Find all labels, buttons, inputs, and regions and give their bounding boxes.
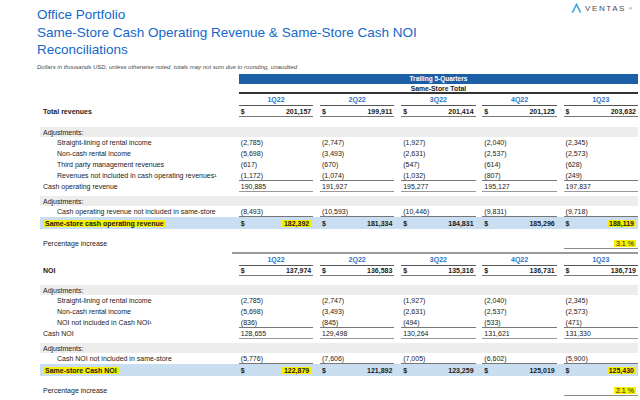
value-cell: $181,334 [320,217,394,229]
value: (5,698) [241,150,263,157]
row-label-text: Adjustments: [43,287,83,294]
value-cell: (2,537) [482,148,556,159]
value-cell: (2,345) [564,295,638,306]
row-label-text: Cash NOI not included in same-store [57,355,172,362]
value: 195,277 [403,183,428,190]
value: 182,392 [282,220,311,227]
value-cell: $125,019 [482,364,556,376]
spacer-row [40,229,638,238]
quarter-headers: 1Q222Q223Q224Q221Q23 [232,94,638,106]
row-label-text: Revenues not included in cash operating … [57,172,217,179]
row-label: Cash NOI not included in same-store [40,353,232,364]
table-row-total: Total revenues$201,157$199,911$201,414$2… [40,106,638,117]
value: 195,127 [484,183,509,190]
dollar-sign: $ [322,367,326,374]
dollar-sign: $ [241,367,245,374]
row-label-text: Same-store Cash NOI [43,367,119,374]
value: 191,927 [322,183,347,190]
value: (628) [566,161,582,168]
value-cell: (10,446) [401,206,475,217]
quarter-headers: 1Q222Q223Q224Q221Q23 [232,252,638,266]
row-label-text: Cash NOI [43,330,74,337]
value: 188,119 [607,220,636,227]
value: (2,747) [322,139,344,146]
row-label: Adjustments: [40,127,232,137]
value-cell: 195,127 [482,181,556,192]
ventas-logo-icon [571,3,582,14]
value: (1,927) [403,297,425,304]
value: 201,157 [286,108,311,115]
row-values: 3.1 % [232,238,638,249]
value: (2,785) [241,297,263,304]
value-cell: $125,430 [564,364,638,376]
dollar-sign: $ [403,220,407,227]
dollar-sign: $ [566,267,570,274]
value-cell: $188,119 [564,217,638,229]
spacer-row [40,117,638,127]
value: (6,602) [484,355,506,362]
value-cell: (628) [564,159,638,170]
row-values: (2,785)(2,747)(1,927)(2,040)(2,345) [232,137,638,148]
value-cell: (1,927) [401,295,475,306]
table-row-item: Straight-lining of rental income(2,785)(… [40,137,638,148]
value-cell: 129,498 [320,328,394,339]
value-cell: (1,074) [320,170,394,181]
value-cell: (5,776) [239,353,313,364]
same-store-total-header: Same-Store Total [239,84,638,94]
table-row-item: Non-cash rental income(5,698)(3,493)(2,6… [40,306,638,317]
row-label: Straight-lining of rental income [40,295,232,306]
value: 136,583 [367,267,392,274]
value: (2,573) [566,150,588,157]
subbanner-row: Same-Store Total [40,84,638,94]
row-label-spacer [40,74,232,84]
row-values: (836)(845)(494)(533)(471) [232,317,638,328]
value-cell: (2,573) [564,306,638,317]
value-cell: (5,698) [239,306,313,317]
value: 122,879 [282,367,311,374]
value: (8,493) [241,208,263,215]
table-row-item: Non-cash rental income(5,698)(3,493)(2,6… [40,148,638,159]
value: (2,537) [484,150,506,157]
value: 135,316 [448,267,473,274]
value: 136,719 [611,267,636,274]
value: 184,831 [448,220,473,227]
value-cell: (617) [239,159,313,170]
value: (494) [403,319,419,326]
value: (807) [484,172,500,179]
value: 181,334 [367,220,392,227]
value: (836) [241,319,257,326]
value-cell: (8,493) [239,206,313,217]
value-cell: $121,892 [320,364,394,376]
row-values: (617)(670)(547)(614)(628) [232,159,638,170]
row-values: $122,879$121,892$123,259$125,019$125,430 [232,364,638,376]
value-cell-empty [320,238,394,249]
table-row-band: Adjustments: [40,285,638,295]
row-values: 2.1 % [232,385,638,396]
row-label-text: Straight-lining of rental income [57,139,152,146]
row-label-text: Third party management revenues [57,161,164,168]
value-cell: (2,785) [239,295,313,306]
row-label: Revenues not included in cash operating … [40,170,232,181]
value: (9,718) [566,208,588,215]
value-cell: 191,927 [320,181,394,192]
reconciliation-table: Trailing 5-Quarters Same-Store Total 1Q2… [40,74,638,396]
value-cell: (836) [239,317,313,328]
value: (2,040) [484,139,506,146]
value: (2,631) [403,150,425,157]
value-cell: $203,632 [564,106,638,117]
value: (2,345) [566,139,588,146]
dollar-sign: $ [322,108,326,115]
value: (471) [566,319,582,326]
value: 129,498 [322,330,347,337]
value: (2,040) [484,297,506,304]
value-cell: (2,785) [239,137,313,148]
value-cell: $123,259 [401,364,475,376]
row-label: Cash NOI [40,328,232,339]
ventas-logo-text: VENTAS [585,4,626,13]
value: (2,631) [403,308,425,315]
value-cell: $137,974 [239,265,313,276]
dollar-sign: $ [566,220,570,227]
value: (5,776) [241,355,263,362]
value: 197,837 [566,183,591,190]
trailing-quarters-banner: Trailing 5-Quarters [239,74,638,84]
